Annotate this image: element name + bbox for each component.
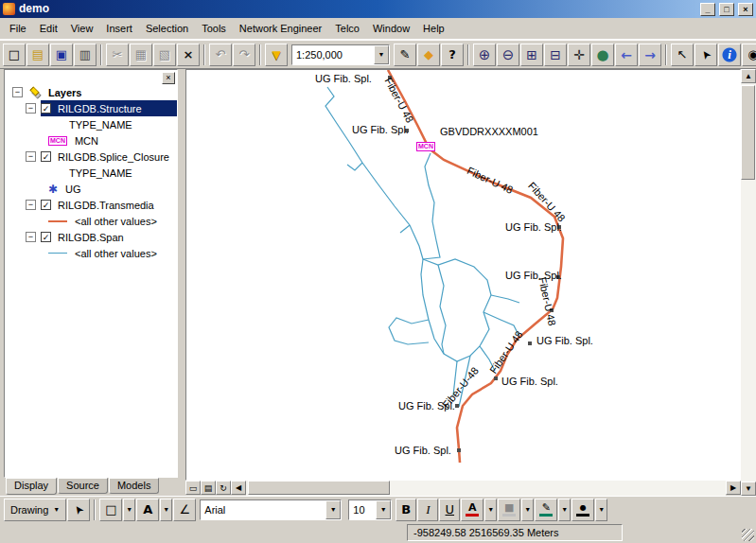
paste-button[interactable]: ▧ — [153, 44, 176, 66]
map-scale-value[interactable]: 1:250,000 — [292, 49, 374, 61]
cut-button[interactable]: ✂ — [106, 44, 129, 66]
horizontal-scrollbar[interactable]: ▭ ▤ ↻ ◀ ▶ — [185, 481, 741, 496]
layer-checkbox[interactable]: ✓ — [41, 232, 51, 242]
marker-color-dropdown-icon[interactable]: ▼ — [595, 499, 607, 521]
undo-button[interactable]: ↶ — [209, 44, 232, 66]
font-name-value[interactable]: Arial — [201, 504, 325, 516]
forward-button[interactable]: → — [639, 44, 661, 66]
layer-name[interactable]: RILGDB.Structure — [56, 102, 144, 115]
size-dropdown-icon[interactable]: ▼ — [376, 500, 391, 519]
find-button[interactable]: ◉ — [742, 44, 756, 66]
editor-sketch-button[interactable]: ✎ — [394, 44, 416, 66]
tab-source[interactable]: Source — [58, 478, 108, 494]
select-features-button[interactable]: ↖ — [671, 44, 694, 66]
delete-button[interactable]: × — [177, 44, 200, 66]
scroll-right-button[interactable]: ▶ — [726, 481, 741, 495]
vertical-scroll-thumb[interactable] — [741, 85, 755, 180]
menu-file[interactable]: File — [3, 20, 33, 37]
rectangle-tool-dropdown-icon[interactable]: ▼ — [123, 499, 135, 521]
add-data-button[interactable]: ▼ — [265, 44, 288, 66]
font-size-combo[interactable]: 10 ▼ — [348, 499, 392, 520]
scroll-up-button[interactable]: ▲ — [741, 69, 756, 83]
map-viewport[interactable]: UG Fib. Spl.Fiber-U 48UG Fib. Spl.GBVDDR… — [185, 69, 741, 481]
scroll-down-button[interactable]: ▼ — [741, 482, 756, 496]
menu-network-engineer[interactable]: Network Engineer — [233, 20, 328, 37]
toc-root-label[interactable]: Layers — [46, 86, 83, 99]
select-elements-button[interactable]: ➤ — [694, 44, 717, 66]
marker-color-button[interactable]: ● — [571, 499, 594, 521]
redo-button[interactable]: ↷ — [233, 44, 255, 66]
layer-name[interactable]: RILGDB.Transmedia — [56, 199, 156, 212]
pan-button[interactable]: ✛ — [568, 44, 590, 66]
scroll-left-button[interactable]: ◀ — [231, 481, 246, 495]
layer-checkbox[interactable]: ✓ — [41, 151, 51, 162]
panel-splitter[interactable] — [178, 69, 185, 496]
drawing-menu-button[interactable]: Drawing ▼ — [4, 499, 66, 521]
menu-window[interactable]: Window — [366, 20, 416, 37]
menu-insert[interactable]: Insert — [99, 20, 139, 37]
underline-button[interactable]: U — [439, 499, 460, 521]
line-color-dropdown-icon[interactable]: ▼ — [558, 499, 571, 521]
arccatalog-button[interactable]: ◆ — [417, 44, 440, 66]
vertex-edit-tool-button[interactable]: ∠ — [173, 499, 196, 521]
copy-button[interactable]: ▦ — [130, 44, 152, 66]
scale-dropdown-icon[interactable]: ▼ — [374, 45, 389, 64]
font-color-dropdown-icon[interactable]: ▼ — [484, 499, 497, 521]
close-button[interactable]: × — [738, 3, 753, 16]
mcn-structure-marker[interactable]: MCN — [416, 142, 435, 151]
span-line-symbol[interactable] — [48, 253, 67, 254]
toc-close-button[interactable]: × — [162, 72, 175, 84]
expand-collapse-icon[interactable]: − — [12, 87, 23, 97]
minimize-button[interactable]: _ — [700, 3, 715, 16]
fill-color-button[interactable]: ■ — [498, 499, 520, 521]
rectangle-tool-button[interactable]: □ — [99, 499, 122, 521]
transmedia-line-symbol[interactable] — [48, 220, 67, 222]
menu-telco[interactable]: Telco — [328, 20, 366, 37]
bold-button[interactable]: B — [396, 499, 416, 521]
menu-selection[interactable]: Selection — [139, 20, 195, 37]
menu-view[interactable]: View — [64, 20, 100, 37]
layer-item-span[interactable]: ✓ RILGDB.Span — [41, 229, 177, 245]
map-scale-combo[interactable]: 1:250,000 ▼ — [291, 44, 390, 65]
vertical-scroll-track[interactable] — [741, 83, 756, 482]
zoom-out-button[interactable]: ⊖ — [497, 44, 519, 66]
zoom-in-button[interactable]: ⊕ — [473, 44, 496, 66]
menu-tools[interactable]: Tools — [195, 20, 233, 37]
map-canvas[interactable] — [186, 70, 740, 480]
fixed-zoom-out-button[interactable]: ⊟ — [544, 44, 567, 66]
fixed-zoom-in-button[interactable]: ⊞ — [520, 44, 543, 66]
fill-color-dropdown-icon[interactable]: ▼ — [521, 499, 534, 521]
expand-collapse-icon[interactable]: − — [26, 232, 36, 242]
menu-edit[interactable]: Edit — [33, 20, 64, 37]
tab-models[interactable]: Models — [109, 478, 159, 494]
layout-view-button[interactable]: ▤ — [201, 481, 216, 495]
text-tool-button[interactable]: A — [136, 499, 159, 521]
expand-collapse-icon[interactable]: − — [26, 103, 36, 114]
layer-checkbox[interactable]: ✓ — [41, 200, 51, 210]
italic-button[interactable]: I — [417, 499, 438, 521]
layer-item-structure[interactable]: ✓ RILGDB.Structure — [41, 100, 177, 116]
save-button[interactable]: ▣ — [50, 44, 73, 66]
expand-collapse-icon[interactable]: − — [26, 151, 36, 162]
menu-help[interactable]: Help — [416, 20, 451, 37]
full-extent-button[interactable]: ● — [591, 44, 614, 66]
draw-select-elements-button[interactable]: ➤ — [67, 499, 90, 521]
print-button[interactable]: ▥ — [74, 44, 97, 66]
layer-name[interactable]: RILGDB.Span — [56, 231, 126, 244]
refresh-view-button[interactable]: ↻ — [216, 481, 231, 495]
font-dropdown-icon[interactable]: ▼ — [325, 500, 341, 519]
new-button[interactable]: □ — [3, 44, 26, 66]
layer-name[interactable]: RILGDB.Splice_Closure — [56, 150, 171, 164]
back-button[interactable]: ← — [615, 44, 638, 66]
font-color-button[interactable]: A — [461, 499, 483, 521]
data-view-button[interactable]: ▭ — [185, 481, 201, 495]
horizontal-scroll-track[interactable] — [246, 481, 726, 496]
expand-collapse-icon[interactable]: − — [26, 200, 36, 210]
tab-display[interactable]: Display — [6, 478, 57, 495]
font-name-combo[interactable]: Arial ▼ — [200, 499, 342, 520]
horizontal-scroll-thumb[interactable] — [248, 481, 390, 495]
layer-item-transmedia[interactable]: ✓ RILGDB.Transmedia — [41, 197, 177, 213]
font-size-value[interactable]: 10 — [349, 504, 376, 516]
open-button[interactable]: ▤ — [26, 44, 49, 66]
text-tool-dropdown-icon[interactable]: ▼ — [160, 499, 172, 521]
